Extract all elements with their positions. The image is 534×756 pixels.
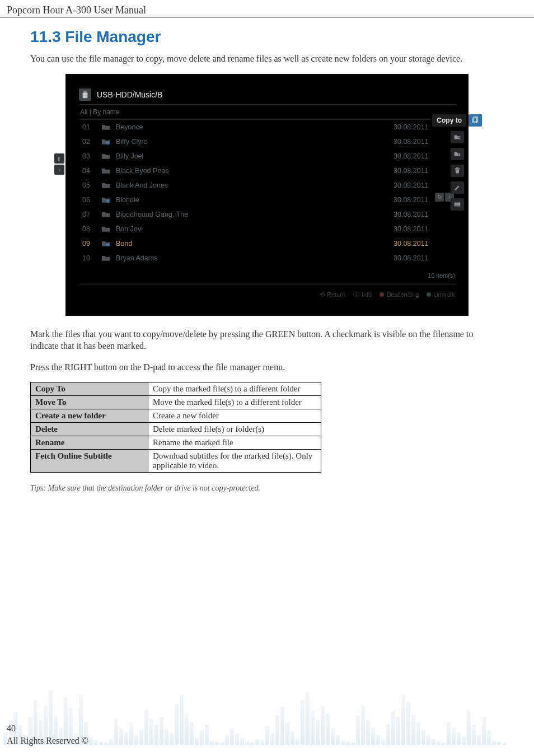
row-number: 04 — [82, 167, 101, 175]
eq-bar — [170, 734, 174, 745]
folder-icon — [101, 254, 114, 262]
eq-bar — [134, 735, 138, 745]
table-row: Copy ToCopy the marked file(s) to a diff… — [31, 382, 321, 396]
eq-bar — [296, 738, 299, 745]
eq-bar — [346, 741, 350, 745]
eq-bar — [190, 722, 194, 745]
row-number: 08 — [82, 225, 101, 233]
eq-bar — [139, 729, 143, 745]
eq-bar — [99, 741, 103, 745]
list-item[interactable]: 06Blondie30.08.2011 — [79, 193, 455, 207]
eq-bar — [401, 694, 405, 745]
page-number: 40 — [7, 724, 16, 734]
eq-bar — [421, 729, 425, 745]
eq-bar — [89, 738, 93, 745]
eq-bar — [391, 711, 395, 745]
eq-bar — [306, 692, 310, 745]
action-label: Copy To — [31, 382, 148, 396]
svg-rect-10 — [455, 204, 457, 205]
eq-bar — [180, 694, 184, 745]
table-row: Move ToMove the marked file(s) to a diff… — [31, 396, 321, 409]
eq-bar — [149, 719, 153, 745]
folder-icon — [101, 167, 114, 174]
eq-bar — [356, 716, 360, 745]
breadcrumb: USB-HDD/Music/B — [79, 84, 455, 104]
svg-rect-7 — [455, 168, 460, 169]
eq-bar — [427, 735, 430, 745]
eq-bar — [502, 743, 506, 745]
copy-to-icon[interactable] — [469, 114, 482, 127]
eq-bar — [301, 700, 305, 745]
eq-bar — [477, 735, 481, 745]
row-number: 02 — [82, 138, 101, 146]
row-date: 30.08.2011 — [394, 254, 455, 262]
eq-bar — [487, 730, 491, 745]
table-row: RenameRename the marked file — [31, 436, 321, 450]
table-row: Fetch Online SubtitleDownload subtitles … — [31, 450, 321, 473]
eq-bar — [119, 728, 123, 745]
back-icon[interactable]: ‹ — [54, 165, 64, 175]
list-item[interactable]: 05Blank And Jones30.08.2011 — [79, 178, 455, 193]
eq-bar — [104, 743, 108, 745]
move-to-icon[interactable] — [451, 131, 464, 143]
eq-bar — [361, 706, 365, 745]
press-paragraph: Press the RIGHT button on the D-pad to a… — [30, 361, 504, 374]
new-folder-icon[interactable] — [451, 148, 464, 160]
row-name: Bryan Adams — [114, 254, 394, 262]
row-name: Bloodhound Gang, The — [114, 211, 394, 218]
eq-bar — [270, 734, 274, 745]
delete-icon[interactable] — [451, 165, 464, 177]
eq-bar — [200, 730, 204, 745]
hint-return: ⟲Return — [320, 291, 345, 298]
intro-paragraph: You can use the file manager to copy, mo… — [30, 53, 504, 65]
eq-bar — [462, 737, 466, 745]
row-name: Biffy Clyro — [114, 138, 394, 146]
list-item[interactable]: 04Black Eyed Peas30.08.2011 — [79, 164, 455, 178]
hint-descending: Descending — [380, 291, 419, 298]
eq-bar — [452, 728, 456, 745]
eq-bar — [442, 743, 446, 745]
rename-icon[interactable] — [451, 181, 464, 194]
folder-icon — [101, 211, 114, 218]
eq-bar — [175, 704, 179, 745]
row-number: 06 — [82, 196, 101, 204]
folder-icon — [101, 152, 114, 160]
eq-bar — [316, 720, 320, 745]
footer-area: 40 All Rights Reserved © — [0, 661, 534, 756]
copyright: All Rights Reserved © — [7, 736, 88, 746]
tip-paragraph: Tips: Make sure that the destination fol… — [30, 484, 504, 493]
eq-bar — [205, 725, 209, 745]
eq-bar — [457, 732, 461, 745]
list-item[interactable]: 07Bloodhound Gang, The30.08.2011 — [79, 207, 455, 222]
list-item[interactable]: 02Biffy Clyro30.08.2011 — [79, 134, 455, 149]
eq-bar — [351, 743, 355, 745]
action-label: Delete — [31, 423, 148, 436]
eq-bar — [230, 728, 234, 745]
file-list: ↻ › 01Beyonce30.08.201102Biffy Clyro30.0… — [79, 120, 455, 265]
action-desc: Delete marked file(s) or folder(s) — [148, 423, 321, 436]
context-tooltip: Copy to — [432, 114, 466, 127]
hint-info: ⓘInfo — [353, 291, 372, 299]
eq-bar — [437, 741, 441, 745]
row-number: 03 — [82, 152, 101, 160]
action-label: Fetch Online Subtitle — [31, 450, 148, 473]
eq-bar — [411, 715, 415, 745]
list-item[interactable]: 03Billy Joel30.08.2011 — [79, 149, 455, 164]
row-date: 30.08.2011 — [394, 225, 455, 233]
page-header: Popcorn Hour A-300 User Manual — [0, 0, 534, 16]
list-item[interactable]: 08Bon Jovi30.08.2011 — [79, 222, 455, 236]
svg-rect-0 — [83, 91, 86, 92]
eq-bar — [280, 707, 284, 745]
row-name: Beyonce — [114, 123, 394, 131]
fetch-subtitle-icon[interactable] — [451, 198, 464, 211]
list-item[interactable]: 10Bryan Adams30.08.2011 — [79, 251, 455, 265]
eq-bar — [220, 743, 224, 745]
list-item[interactable]: 09Bond30.08.2011 — [79, 236, 455, 251]
list-item[interactable]: 01Beyonce30.08.2011 — [79, 120, 455, 134]
eq-bar — [291, 731, 294, 745]
section-heading: 11.3 File Manager — [30, 28, 504, 46]
row-date: 30.08.2011 — [394, 211, 455, 218]
view-toggle-icon[interactable]: ⫿ — [54, 153, 64, 164]
eq-bar — [467, 711, 471, 745]
filter-row[interactable]: All | By name — [79, 104, 455, 120]
